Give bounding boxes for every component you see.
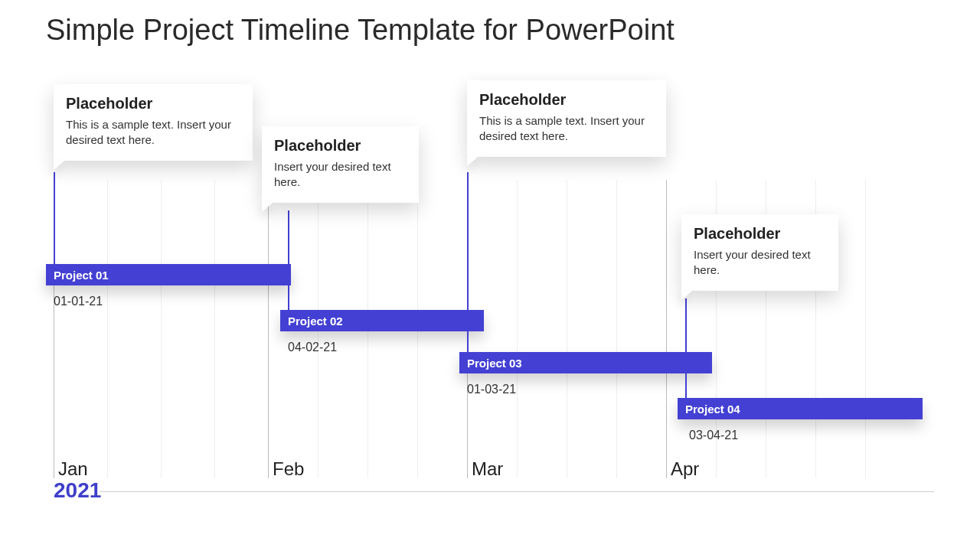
month-label-feb: Feb xyxy=(273,458,304,480)
callout-title: Placeholder xyxy=(479,91,654,109)
connector-project-01 xyxy=(54,172,55,264)
callout-body: Insert your desired text here. xyxy=(694,247,826,279)
month-gridline xyxy=(268,180,269,478)
baseline xyxy=(100,491,934,492)
callout-title: Placeholder xyxy=(274,137,407,155)
year-label: 2021 xyxy=(54,478,101,503)
minor-gridline xyxy=(161,180,162,478)
connector-project-03 xyxy=(467,172,469,352)
minor-gridline xyxy=(214,180,215,478)
bar-project-01[interactable]: Project 01 xyxy=(46,264,291,285)
timeline-chart: Jan Feb Mar Apr 2021 Project 01 01-01-21… xyxy=(54,73,934,486)
bar-project-04[interactable]: Project 04 xyxy=(678,398,923,419)
month-gridline xyxy=(666,180,667,478)
bar-label: Project 03 xyxy=(467,357,522,370)
callout-tail-icon xyxy=(262,203,273,212)
callout-body: This is a sample text. Insert your desir… xyxy=(479,113,654,145)
callout-project-02[interactable]: Placeholder Insert your desired text her… xyxy=(262,126,419,203)
callout-project-03[interactable]: Placeholder This is a sample text. Inser… xyxy=(467,80,666,157)
connector-project-02 xyxy=(288,210,289,310)
page-title: Simple Project Timeline Template for Pow… xyxy=(46,14,675,47)
callout-tail-icon xyxy=(54,161,64,170)
callout-project-01[interactable]: Placeholder This is a sample text. Inser… xyxy=(54,84,253,161)
slide: Simple Project Timeline Template for Pow… xyxy=(0,0,980,551)
date-project-01: 01-01-21 xyxy=(54,295,103,308)
minor-gridline xyxy=(567,180,567,478)
callout-title: Placeholder xyxy=(694,225,826,243)
minor-gridline xyxy=(107,180,108,478)
callout-project-04[interactable]: Placeholder Insert your desired text her… xyxy=(681,214,838,291)
bar-project-02[interactable]: Project 02 xyxy=(280,310,484,331)
bar-project-03[interactable]: Project 03 xyxy=(459,352,712,373)
minor-gridline xyxy=(517,180,518,478)
callout-tail-icon xyxy=(681,291,692,300)
month-label-jan: Jan xyxy=(58,458,88,480)
month-label-mar: Mar xyxy=(472,458,503,480)
callout-body: Insert your desired text here. xyxy=(274,159,407,191)
bar-label: Project 01 xyxy=(54,269,109,282)
date-project-04: 03-04-21 xyxy=(689,429,738,442)
callout-tail-icon xyxy=(467,157,478,166)
callout-body: This is a sample text. Insert your desir… xyxy=(66,117,240,148)
minor-gridline xyxy=(865,180,866,478)
bar-label: Project 02 xyxy=(288,315,343,328)
connector-project-04 xyxy=(685,298,687,398)
date-project-03: 01-03-21 xyxy=(467,383,516,396)
callout-title: Placeholder xyxy=(66,95,240,112)
month-label-apr: Apr xyxy=(671,458,699,480)
minor-gridline xyxy=(616,180,617,478)
date-project-02: 04-02-21 xyxy=(288,341,337,354)
bar-label: Project 04 xyxy=(685,403,740,416)
